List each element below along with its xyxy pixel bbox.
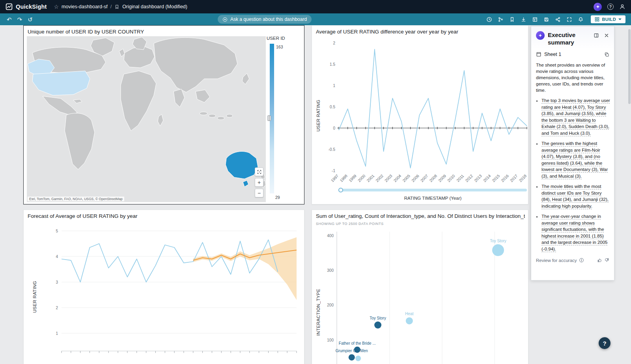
build-button[interactable]: BUILD [591,15,625,23]
panel-scatter-chart[interactable]: Sum of User_rating, Count of Interaction… [312,210,528,364]
quicksight-dashboard: QuickSight ☆ movies-dashboard-sf / Origi… [0,0,631,25]
summary-intro: The sheet provides an overview of movie … [531,61,614,93]
export-button[interactable] [519,15,528,24]
scrollbar-thumb[interactable] [628,29,631,104]
versions-button[interactable] [496,15,505,24]
present-button[interactable] [565,15,573,24]
user-profile-icon[interactable] [619,4,625,10]
y-tick-label: 300 [327,268,334,273]
x-tick-label: 2011 [456,173,465,182]
actual-series-line[interactable] [62,240,278,282]
notifications-button[interactable] [576,15,585,24]
forecast-confidence-band [193,237,297,300]
x-tick-label: 2012 [465,173,474,183]
app-name[interactable]: QuickSight [16,4,47,10]
close-icon[interactable] [603,32,610,39]
breadcrumb: ☆ movies-dashboard-sf / Original dashboa… [54,4,187,9]
save-icon [543,17,549,22]
info-icon[interactable] [579,258,584,263]
share-button[interactable] [553,15,562,24]
summary-bullet[interactable]: The movie titles with the most distinct … [541,183,610,209]
x-tick-label: 2004 [393,173,402,183]
ask-question-label: Ask a question about this dashboard [230,17,307,22]
bubble-label: Father of the Bride ... [339,341,376,345]
schedule-button[interactable] [485,15,493,24]
sheet-icon [536,52,541,57]
plus-icon: + [258,180,261,185]
x-tick-label: 2016 [500,173,510,183]
map-controls: + − [255,167,263,197]
q-assistant-icon[interactable] [594,3,602,11]
time-range-scrollbar[interactable] [339,189,527,191]
map-zoom-out-button[interactable]: − [255,189,263,197]
y-tick-label: 4 [56,254,58,259]
summary-bullet[interactable]: The year-over-year change in average use… [541,213,610,252]
vertical-scrollbar[interactable] [628,28,631,362]
build-icon [595,17,599,22]
bubble-label: Toy Story [490,239,506,243]
copy-icon[interactable] [604,52,609,57]
thumbs-down-icon[interactable] [604,258,609,263]
sheet-row: Sheet 1 [531,49,614,61]
bubble-point[interactable] [492,244,504,256]
world-map-svg[interactable] [27,36,266,202]
sheet-name: Sheet 1 [544,52,601,57]
favorite-star-icon[interactable]: ☆ [54,4,59,9]
bubble-point[interactable] [355,356,361,361]
world-map[interactable]: Esri, TomTom, Garmin, FAO, NOAA, USGS, ©… [27,36,266,202]
x-tick-label: 1998 [339,173,349,183]
summary-bullet[interactable]: The top 3 movies by average user rating … [541,97,610,136]
breadcrumb-dashboard-name[interactable]: movies-dashboard-sf [62,4,108,9]
yoy-line-chart[interactable]: 21.510.50-0.5-11997199819992000200120022… [312,26,528,204]
y-tick-label: 1 [333,84,335,88]
versions-icon [498,17,504,22]
dashboard-toolbar: ↶ ↷ ↺ Ask a question about this dashboar… [0,13,631,25]
panel-yoy-line-chart[interactable]: Average of USER RATING difference year o… [312,25,528,204]
ask-question-button[interactable]: Ask a question about this dashboard [218,15,312,24]
y-tick-label: 5 [56,229,58,233]
y-tick-label: 0 [333,126,335,130]
map-fit-button[interactable] [255,167,263,176]
bubble-point[interactable] [374,321,381,329]
x-tick-label: 2000 [357,173,366,183]
redo-button[interactable]: ↷ [16,16,24,23]
map-zoom-in-button[interactable]: + [255,178,263,187]
undo-button[interactable]: ↶ [6,16,13,23]
table-icon [532,17,538,22]
map-legend-max: 163 [276,45,283,49]
bookmark-icon [509,17,515,22]
time-range-handle[interactable] [339,188,343,192]
save-button[interactable] [542,15,551,24]
panel-forecast-chart[interactable]: Forecast of Average of USER RATING by ye… [23,210,304,364]
review-row: Review for accuracy [531,256,614,267]
yoy-series-line[interactable] [339,49,527,168]
legend-slider-handle[interactable] [267,115,271,121]
map-legend-min: 29 [275,195,280,200]
build-label: BUILD [602,17,616,22]
dashboard-canvas: Unique number of USER ID by USER COUNTRY [0,25,631,364]
forecast-line-chart[interactable]: 54321 [24,210,304,364]
y-tick-label: -1 [332,169,335,173]
y-tick-label: 2 [333,41,335,45]
breadcrumb-separator: / [110,4,112,9]
bubble-point[interactable] [406,317,413,324]
bookmarks-button[interactable] [508,15,516,24]
thumbs-up-icon[interactable] [597,258,602,263]
quicksight-logo-icon[interactable] [6,3,13,10]
q-logo-icon [536,31,545,40]
summary-bullet[interactable]: The genres with the highest average rati… [541,140,610,179]
y-tick-label: 1 [56,331,58,336]
help-floating-button[interactable]: ? [599,337,610,349]
report-button[interactable] [530,15,539,24]
top-bar: QuickSight ☆ movies-dashboard-sf / Origi… [0,0,631,13]
help-icon[interactable]: ? [607,4,614,10]
bubble-label: Heat [405,312,413,316]
panel-map[interactable]: Unique number of USER ID by USER COUNTRY [23,25,304,204]
x-tick-label: 2015 [491,173,501,183]
scatter-bubble-chart[interactable]: 400300200100Toy StoryHeatToy StoryFather… [312,210,528,364]
bubble-point[interactable] [349,354,355,360]
x-tick-label: 2007 [420,173,429,183]
reset-button[interactable]: ↺ [26,16,34,23]
panel-layout-icon[interactable] [593,32,600,39]
help-glyph: ? [609,4,612,9]
